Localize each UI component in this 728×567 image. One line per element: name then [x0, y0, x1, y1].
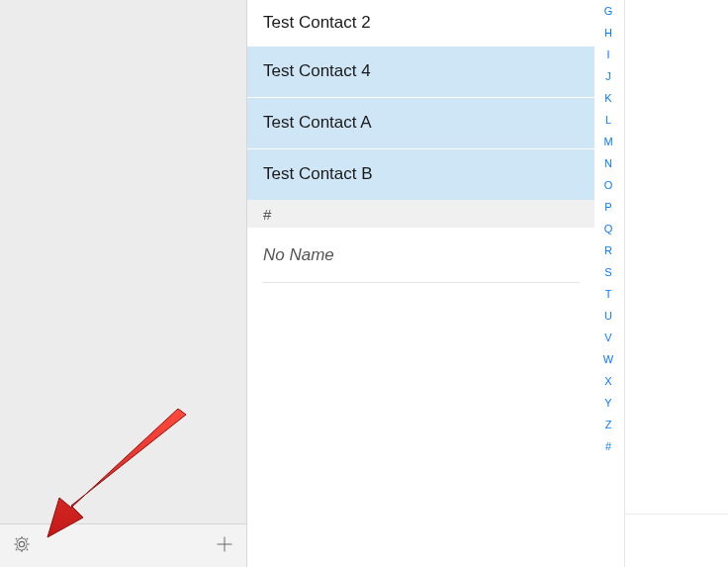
index-letter[interactable]: # — [605, 441, 611, 452]
index-letter[interactable]: S — [604, 267, 611, 278]
section-header-hash: # — [247, 200, 594, 228]
index-letter[interactable]: R — [604, 245, 612, 256]
contact-name: Test Contact B — [263, 164, 373, 184]
groups-body — [0, 0, 246, 523]
contact-name: Test Contact A — [263, 113, 372, 133]
index-letter[interactable]: W — [603, 354, 613, 365]
index-letter[interactable]: L — [605, 115, 611, 126]
contact-row[interactable]: Test Contact A — [247, 97, 594, 148]
index-letter[interactable]: N — [604, 158, 612, 169]
row-separator — [263, 282, 580, 283]
contact-name: Test Contact 4 — [263, 61, 371, 81]
index-letter[interactable]: V — [604, 332, 611, 343]
plus-icon[interactable] — [215, 534, 234, 558]
app-root: Test Contact 2 Test Contact 4 Test Conta… — [0, 0, 728, 567]
gear-icon[interactable] — [12, 534, 32, 558]
index-letter[interactable]: X — [604, 376, 611, 387]
contacts-pane: Test Contact 2 Test Contact 4 Test Conta… — [247, 0, 625, 567]
index-letter[interactable]: J — [605, 71, 611, 82]
index-letter[interactable]: P — [604, 202, 611, 213]
groups-toolbar — [0, 523, 246, 567]
contact-name: Test Contact 2 — [263, 13, 371, 33]
index-letter[interactable]: Q — [604, 224, 613, 235]
contact-row[interactable]: Test Contact B — [247, 148, 594, 200]
detail-pane — [625, 0, 728, 515]
detail-body — [625, 0, 728, 515]
section-header-label: # — [263, 206, 271, 223]
contact-row[interactable]: Test Contact 2 — [247, 0, 594, 46]
contacts-scroll[interactable]: Test Contact 2 Test Contact 4 Test Conta… — [247, 0, 624, 567]
index-letter[interactable]: I — [606, 49, 609, 60]
svg-point-0 — [19, 541, 24, 546]
index-letter[interactable]: M — [603, 137, 612, 147]
index-letter[interactable]: U — [604, 311, 612, 322]
index-letter[interactable]: T — [605, 289, 612, 300]
contact-name-noname: No Name — [263, 245, 334, 265]
index-letter[interactable]: G — [604, 6, 613, 17]
index-letter[interactable]: K — [604, 93, 611, 104]
contact-row[interactable]: Test Contact 4 — [247, 46, 594, 97]
contact-row-noname[interactable]: No Name — [247, 228, 594, 283]
index-letter[interactable]: Y — [604, 398, 611, 409]
groups-pane — [0, 0, 247, 567]
index-letter[interactable]: Z — [605, 420, 612, 430]
alpha-index-rail[interactable]: G H I J K L M N O P Q R S T U V W X Y Z — [598, 6, 618, 452]
index-letter[interactable]: O — [604, 180, 613, 191]
index-letter[interactable]: H — [604, 28, 612, 39]
